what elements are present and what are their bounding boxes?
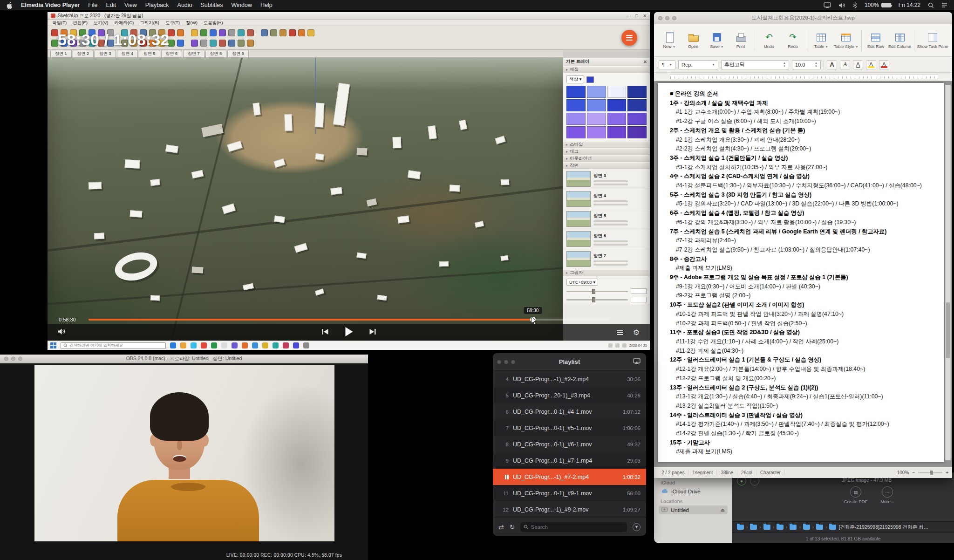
scene-thumbnail-row[interactable]: 장면 6 <box>563 229 650 249</box>
playlist-search-field[interactable] <box>520 522 627 532</box>
color-swatch[interactable] <box>566 126 586 138</box>
sketchup-menu-2[interactable]: 보기(V) <box>94 20 109 26</box>
menubar-item-audio[interactable]: Audio <box>177 2 192 8</box>
color-swatch[interactable] <box>587 126 606 138</box>
tray-panel-아웃라이너[interactable]: ▸아웃라이너 <box>563 155 650 162</box>
minimize-icon[interactable] <box>665 16 669 20</box>
scene-tab-7[interactable]: 장면 7 <box>183 50 204 57</box>
color-swatch[interactable] <box>607 99 627 111</box>
color-swatch[interactable] <box>627 126 647 138</box>
tool-icon[interactable] <box>228 29 235 36</box>
volume-icon[interactable] <box>58 328 66 337</box>
sketchup-menu-1[interactable]: 편집(E) <box>73 20 88 26</box>
minimize-icon[interactable] <box>11 357 15 361</box>
menubar-item-edit[interactable]: Edit <box>106 2 116 8</box>
tool-icon[interactable] <box>247 29 254 36</box>
color-swatch[interactable] <box>627 86 647 98</box>
webcam-preview[interactable] <box>34 365 334 541</box>
menubar-clock[interactable]: Fri 14:22 <box>899 2 920 8</box>
battery-indicator[interactable]: 100% <box>865 2 891 8</box>
sketchup-menu-4[interactable]: 그리기(R) <box>140 20 159 26</box>
tool-icon[interactable] <box>228 40 235 47</box>
color-swatch[interactable] <box>587 86 606 98</box>
tool-icon[interactable] <box>200 29 207 36</box>
folder-icon[interactable] <box>816 525 823 530</box>
scene-tab-1[interactable]: 장면 1 <box>50 50 72 57</box>
folder-icon[interactable] <box>737 525 744 530</box>
tray-close-icon[interactable]: ✕ <box>643 59 647 64</box>
playlist-titlebar[interactable]: Playlist <box>493 353 646 371</box>
shuffle-icon[interactable]: ⇄ <box>498 524 504 530</box>
tool-icon[interactable] <box>307 29 314 36</box>
minimize-icon[interactable] <box>504 360 508 364</box>
folder-icon[interactable] <box>777 525 784 530</box>
obs-titlebar[interactable]: OBS 24.0.8 (mac) - 프로파일: Untitled - 장면: … <box>0 355 368 363</box>
sidebar-item-untitled[interactable]: Untitled⏏ <box>659 505 728 514</box>
settings-gear-icon[interactable]: ⚙ <box>633 329 640 336</box>
document-page[interactable]: ■ 온라인 강의 순서1주 - 강의소개 / 실습 및 재택수업 과제#1-1강… <box>658 83 944 462</box>
toolbar-save-button[interactable]: Save▼ <box>705 32 729 49</box>
font-color-button[interactable]: A <box>879 60 889 69</box>
close-icon[interactable]: ✕ <box>643 14 647 18</box>
tool-icon[interactable] <box>200 40 207 47</box>
tool-icon[interactable] <box>191 40 198 47</box>
volume-icon[interactable] <box>838 2 845 8</box>
sketchup-menu-6[interactable]: 창(W) <box>186 20 198 26</box>
sketchup-3d-viewport[interactable] <box>48 58 563 341</box>
toolbar-print-button[interactable]: Print <box>729 32 752 49</box>
airplay-icon[interactable] <box>633 358 641 366</box>
menubar-item-window[interactable]: Window <box>231 2 252 8</box>
tool-icon[interactable] <box>247 40 254 47</box>
tool-icon[interactable] <box>210 29 217 36</box>
date-slider[interactable] <box>566 299 628 300</box>
zoom-icon[interactable] <box>672 16 676 20</box>
tray-panel-스타일[interactable]: ▸스타일 <box>563 141 650 148</box>
next-track-button[interactable] <box>369 328 376 337</box>
play-button[interactable] <box>344 327 353 339</box>
tool-icon[interactable] <box>219 40 226 47</box>
search-input[interactable] <box>531 524 624 530</box>
sketchup-menu-5[interactable]: 도구(T) <box>165 20 180 26</box>
tool-icon[interactable] <box>298 29 305 36</box>
tray-panel-그림자[interactable]: ▸그림자 <box>563 269 650 276</box>
scene-tab-2[interactable]: 장면 2 <box>73 50 94 57</box>
scrollbar-thumb[interactable] <box>946 302 950 358</box>
time-slider[interactable] <box>566 291 628 292</box>
toolbar-redo-button[interactable]: Redo <box>781 32 804 49</box>
value-box[interactable] <box>631 297 647 302</box>
highlight-color-button[interactable]: A <box>866 60 876 69</box>
more-actions-button[interactable]: ⋯ More... <box>880 486 894 504</box>
color-swatch[interactable] <box>627 113 647 125</box>
zoom-icon[interactable] <box>18 357 22 361</box>
color-swatch[interactable] <box>566 99 586 111</box>
tray-panel-태그[interactable]: ▸태그 <box>563 148 650 155</box>
create-pdf-button[interactable]: ▤ Create PDF <box>844 486 867 504</box>
spotlight-icon[interactable] <box>928 2 934 8</box>
player-menu-button[interactable] <box>621 30 637 46</box>
paragraph-style-select[interactable]: ¶▼ <box>659 60 675 69</box>
tool-icon[interactable] <box>51 29 58 36</box>
menubar-app-name[interactable]: Elmedia Video Player <box>21 2 80 8</box>
apple-menu-icon[interactable] <box>7 2 13 9</box>
eject-icon[interactable]: ⏏ <box>721 507 725 512</box>
scene-thumbnail-row[interactable]: 장면 5 <box>563 209 650 229</box>
color-swatch[interactable] <box>607 86 627 98</box>
zoom-level[interactable]: 100% <box>897 470 909 475</box>
sidebar-item-icloud-drive[interactable]: iCloud Drive <box>659 487 728 496</box>
hwp-document-area[interactable]: ■ 온라인 강의 순서1주 - 강의소개 / 실습 및 재택수업 과제#1-1강… <box>654 81 952 467</box>
style-select[interactable]: Rep.▼ <box>678 60 718 69</box>
playlist-item[interactable]: 8UD_CG-Progr...0-1)_#6-1.mov49:37 <box>493 436 646 452</box>
playlist-toggle-icon[interactable] <box>617 330 623 335</box>
color-swatch[interactable] <box>587 99 606 111</box>
toolbar-edit-row-button[interactable]: Edit Row <box>864 32 887 49</box>
underline-button[interactable]: A <box>853 60 863 69</box>
scene-tab-6[interactable]: 장면 6 <box>161 50 183 57</box>
bluetooth-icon[interactable] <box>853 2 857 8</box>
playlist-item[interactable]: 6UD_CG-Progr...0-1)_#4-1.mov1:07:12 <box>493 403 646 420</box>
tool-icon[interactable] <box>177 40 184 47</box>
playlist-item[interactable]: UD_CG-Progr...-1)_#7-2.mp41:08:32 <box>493 469 646 485</box>
playlist-item[interactable]: 12UD_CG-Progr...-1)_#9-2.mov1:09:27 <box>493 501 646 518</box>
tool-icon[interactable] <box>210 40 217 47</box>
sketchup-menu-0[interactable]: 파일(F) <box>52 20 67 26</box>
color-swatch[interactable] <box>607 126 627 138</box>
